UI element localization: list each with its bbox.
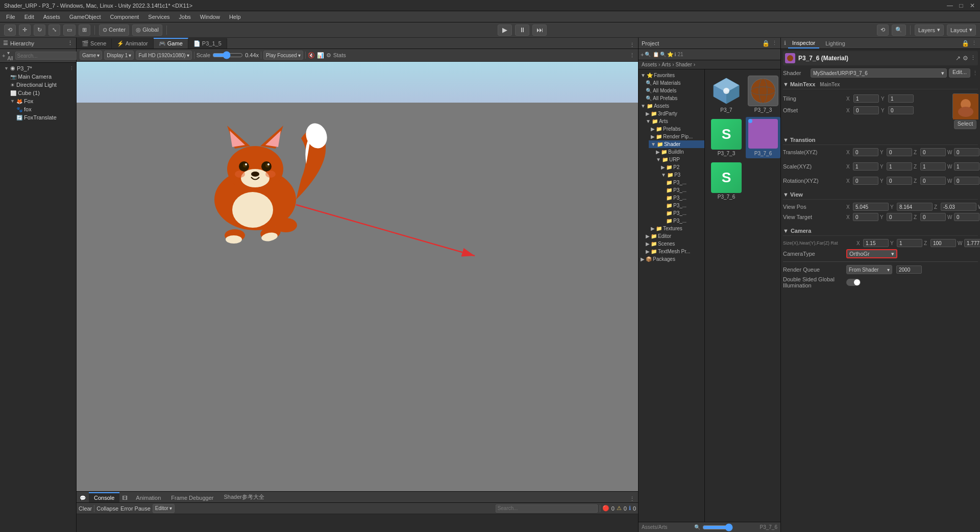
menu-services[interactable]: Services (144, 13, 174, 21)
menu-component[interactable]: Component (106, 13, 143, 21)
shader-edit-button[interactable]: Edit... (949, 68, 970, 78)
hier-item-scene[interactable]: ▼ ◉ P3_7* ⋮ (0, 64, 76, 72)
console-search-input[interactable] (496, 504, 598, 513)
tree-buildin[interactable]: ▶ 📁BuildIn (654, 148, 704, 156)
tree-textures[interactable]: ▶ 📁Textures (649, 225, 704, 232)
tree-p3[interactable]: ▼ 📁P3 (659, 171, 704, 179)
vtgt-x-field[interactable]: 0 (853, 213, 878, 221)
project-tool-2[interactable]: 🔍 (660, 52, 666, 57)
tree-scenes[interactable]: ▶ 📁Scenes (644, 240, 704, 248)
display-num-dropdown[interactable]: Display 1 ▾ (104, 51, 134, 60)
cam-z-field[interactable]: 100 (930, 239, 956, 247)
vpos-z-field[interactable]: -5.03 (941, 203, 976, 211)
trans-z-field[interactable]: 0 (920, 148, 946, 156)
hier-item-fox-translate[interactable]: 🔄 FoxTranslate (12, 113, 76, 122)
tree-packages[interactable]: ▶ 📦Packages (639, 255, 704, 263)
vtgt-z-field[interactable]: 0 (920, 213, 946, 221)
double-sided-toggle[interactable] (846, 279, 861, 286)
camera-type-dropdown[interactable]: OrthoGr ▾ (846, 249, 897, 258)
vtgt-w-field[interactable]: 0 (954, 213, 979, 221)
tree-p3-2[interactable]: 📁P3_... (664, 186, 704, 194)
tab-animator[interactable]: ⚡ Animator (112, 38, 153, 49)
clear-button[interactable]: Clear (79, 505, 92, 512)
inspector-more-icon[interactable]: ⋮ (971, 40, 977, 46)
scale-y-field[interactable]: 1 (887, 162, 912, 171)
hier-scene-menu[interactable]: ⋮ (69, 66, 74, 71)
tab-console[interactable]: Console (89, 492, 119, 502)
scale-z-field[interactable]: 1 (920, 162, 946, 171)
menu-file[interactable]: File (2, 13, 19, 21)
scale-w-field[interactable]: 1 (954, 162, 979, 171)
transform-tool[interactable]: ⟲ (4, 25, 16, 36)
asset-p376-selected[interactable]: P3_7_6 (746, 117, 780, 158)
editor-dropdown[interactable]: Editor ▾ (153, 504, 175, 513)
project-tool-1[interactable]: 📋 (653, 52, 659, 57)
tree-all-materials[interactable]: 🔍All Materials (644, 79, 704, 87)
play-button[interactable]: ▶ (498, 25, 512, 36)
tree-render-pip[interactable]: ▶ 📁Render Pip... (649, 133, 704, 140)
project-more-icon[interactable]: ⋮ (772, 40, 777, 46)
offset-y-field[interactable]: 0 (888, 106, 914, 114)
scale-x-field[interactable]: 1 (853, 162, 878, 171)
hierarchy-add-icon[interactable]: + (2, 53, 5, 59)
stats-label[interactable]: Stats (333, 52, 346, 58)
trans-x-field[interactable]: 0 (853, 148, 878, 156)
rot-y-field[interactable]: 0 (887, 177, 912, 185)
rot-x-field[interactable]: 0 (853, 177, 878, 185)
collapse-button[interactable]: Collapse (96, 505, 118, 512)
hier-item-camera[interactable]: 📷 Main Camera (6, 72, 76, 81)
mute-icon[interactable]: 🔇 (308, 52, 315, 59)
tree-3rdparty[interactable]: ▶ 📁3rdParty (644, 110, 704, 117)
tiling-y-field[interactable]: 1 (888, 94, 914, 103)
vpos-y-field[interactable]: 8.164 (897, 203, 933, 211)
close-button[interactable]: ✕ (969, 2, 976, 9)
tree-prefabs[interactable]: ▶ 📁Prefabs (649, 125, 704, 133)
pause-button[interactable]: ⏸ (515, 25, 529, 36)
asset-p373-shader[interactable]: S P3_7_3 (709, 117, 744, 158)
project-add-btn[interactable]: + (641, 52, 644, 58)
project-tool-4[interactable]: ℹ (674, 52, 676, 57)
tree-all-models[interactable]: 🔍All Models (644, 87, 704, 94)
tab-scene[interactable]: 🎬 Scene (77, 38, 112, 49)
shader-dropdown[interactable]: MyShader/URP/P3_7_6 ▾ (811, 68, 947, 78)
search-button[interactable]: 🔍 (892, 25, 906, 36)
tab-animation[interactable]: Animation (131, 493, 166, 502)
step-button[interactable]: ⏭ (532, 25, 547, 36)
tiling-x-field[interactable]: 1 (853, 94, 879, 103)
material-more-btn[interactable]: ⋮ (970, 55, 976, 62)
resolution-dropdown[interactable]: Full HD (1920x1080) ▾ (136, 51, 191, 60)
tab-p315[interactable]: 📄 P3_1_5 (188, 38, 227, 49)
tree-favorites[interactable]: ▼ ⭐Favorites (639, 71, 704, 79)
project-search-icon[interactable]: 🔍 (645, 52, 651, 57)
global-toggle[interactable]: ◎ Global (132, 25, 162, 36)
tree-shader[interactable]: ▼ 📁Shader (649, 140, 704, 148)
gizmos-icon[interactable]: ⚙ (326, 52, 331, 59)
universal-tool[interactable]: ⊞ (79, 25, 90, 36)
tree-textmesh[interactable]: ▶ 📁TextMesh Pr... (644, 248, 704, 255)
display-dropdown[interactable]: Game ▾ (80, 51, 102, 60)
vpos-x-field[interactable]: 5.045 (853, 203, 889, 211)
pivot-toggle[interactable]: ⊙ Center (99, 25, 129, 36)
hierarchy-search-input[interactable] (15, 52, 84, 60)
render-queue-val-field[interactable]: 2000 (896, 265, 922, 274)
hierarchy-filter-icon[interactable]: ▾ All (7, 50, 13, 61)
move-tool[interactable]: ✛ (19, 25, 31, 36)
inspector-lock-icon[interactable]: 🔒 (962, 40, 969, 47)
hier-item-fox[interactable]: ▼ 🦊 Fox (6, 97, 76, 105)
asset-p37[interactable]: P3_7 (709, 74, 744, 115)
tree-assets[interactable]: ▼ 📁Assets (639, 102, 704, 110)
tree-p3-5[interactable]: 📁P3_... (664, 209, 704, 217)
stats-icon[interactable]: 📊 (317, 52, 324, 59)
tree-p3-1[interactable]: 📁P3_... (664, 179, 704, 186)
tab-game[interactable]: 🎮 Game (154, 38, 188, 49)
layers-dropdown[interactable]: Layers ▾ (915, 25, 944, 36)
trans-y-field[interactable]: 0 (887, 148, 912, 156)
minimize-button[interactable]: — (946, 2, 953, 9)
menu-assets[interactable]: Assets (39, 13, 64, 21)
tab-inspector[interactable]: Inspector (788, 38, 819, 49)
tab-lighting[interactable]: Lighting (821, 39, 849, 48)
hier-item-cube[interactable]: ⬜ Cube (1) (6, 89, 76, 97)
bottom-more-icon[interactable]: ⋮ (626, 496, 638, 502)
vtgt-y-field[interactable]: 0 (887, 213, 912, 221)
asset-size-slider[interactable] (702, 523, 733, 531)
